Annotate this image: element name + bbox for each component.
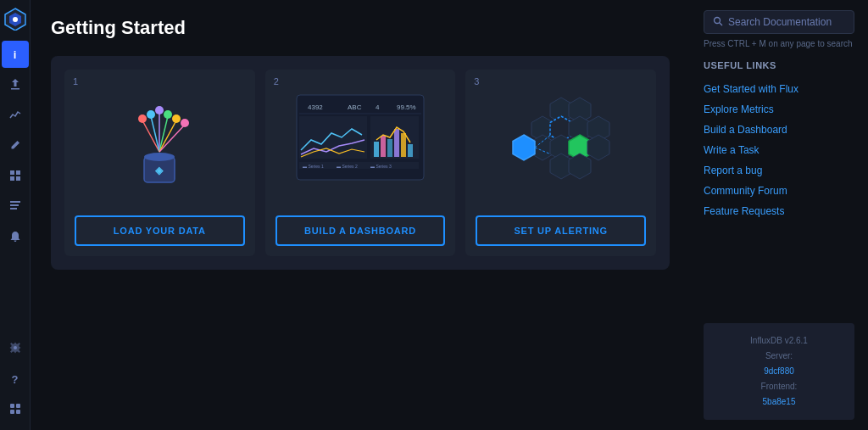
svg-point-28 [164,110,172,119]
question-icon: ? [12,373,19,386]
build-dashboard-button[interactable]: BUILD A DASHBOARD [275,215,446,246]
svg-line-20 [151,116,159,152]
link-feature-requests[interactable]: Feature Requests [704,201,854,221]
sidebar-item-chart[interactable] [2,102,29,129]
frontend-label: Frontend: [761,382,798,391]
svg-rect-15 [16,410,20,414]
cards-container: 1 ◈ [51,56,670,270]
svg-text:◈: ◈ [154,165,164,176]
settings-icon [9,342,21,356]
svg-rect-13 [16,404,20,408]
useful-links-title: USEFUL LINKS [704,60,854,70]
svg-rect-3 [11,88,19,90]
link-build-dashboard[interactable]: Build a Dashboard [704,120,854,140]
svg-rect-14 [10,410,14,414]
search-box[interactable] [704,10,854,34]
svg-rect-39 [374,142,379,157]
link-report-bug[interactable]: Report a bug [704,160,854,181]
chart-icon [9,109,21,123]
svg-marker-60 [569,154,591,179]
tasks-icon [9,200,21,215]
svg-line-65 [720,23,723,26]
frontend-value: 5ba8e15 [714,394,844,410]
upload-icon [9,78,21,92]
search-hint: Press CTRL + M on any page to search [704,39,854,48]
svg-line-19 [142,120,159,152]
sidebar: i ? [0,0,31,430]
svg-text:4: 4 [376,103,380,111]
sidebar-item-tasks[interactable] [2,193,29,221]
svg-rect-6 [10,176,14,181]
svg-rect-43 [401,133,406,157]
sidebar-item-help[interactable]: ? [2,366,29,393]
sidebar-item-upload[interactable] [2,71,29,98]
svg-marker-58 [587,135,609,160]
right-panel-spacer [704,221,854,323]
card-1-number: 1 [73,76,78,87]
svg-rect-44 [408,144,413,157]
main-content: Getting Started 1 ◈ [31,0,690,430]
svg-rect-40 [381,136,386,157]
dashboards-icon [9,170,21,184]
app-logo[interactable] [3,7,27,31]
sidebar-item-edit[interactable] [2,132,29,159]
svg-point-2 [13,17,18,22]
svg-rect-12 [10,404,14,408]
svg-point-26 [147,110,155,119]
svg-point-17 [144,153,175,161]
svg-text:▬ Series 2: ▬ Series 2 [337,164,358,169]
sidebar-item-alerts[interactable] [2,224,29,251]
svg-point-27 [155,106,164,114]
svg-rect-42 [394,129,399,157]
card-3-illustration: 3 [465,70,656,205]
svg-rect-9 [10,204,19,206]
svg-rect-37 [299,116,367,159]
svg-point-25 [138,114,147,123]
card-2-number: 2 [274,76,279,87]
svg-rect-7 [16,176,20,181]
sidebar-item-dashboards[interactable] [2,163,29,190]
svg-rect-41 [387,139,392,157]
card-1-illustration: 1 ◈ [64,70,255,205]
svg-point-64 [715,18,721,24]
card-load-data: 1 ◈ [64,70,255,256]
server-value: 9dcf880 [714,364,844,379]
version-box: InfluxDB v2.6.1 Server: 9dcf880 Frontend… [704,323,854,420]
pencil-icon [9,139,21,154]
svg-text:99.5%: 99.5% [397,103,416,111]
link-community-forum[interactable]: Community Forum [704,181,854,201]
search-icon [713,16,723,28]
svg-text:▬ Series 3: ▬ Series 3 [370,164,392,169]
card-3-number: 3 [474,76,479,87]
svg-rect-4 [10,170,14,175]
page-title: Getting Started [51,17,670,39]
load-data-button[interactable]: LOAD YOUR DATA [75,215,245,246]
card-build-dashboard: 2 4392 ABC 4 99.5% [265,70,456,256]
version-label: InfluxDB v2.6.1 [750,336,808,345]
svg-text:ABC: ABC [348,103,362,111]
bell-icon [9,231,21,245]
sidebar-item-settings[interactable] [2,335,29,362]
svg-text:▬ Series 1: ▬ Series 1 [303,164,324,169]
right-panel: Press CTRL + M on any page to search USE… [690,0,868,430]
card-alerting: 3 [465,70,656,256]
user-icon [9,403,21,417]
card-2-illustration: 2 4392 ABC 4 99.5% [265,70,456,205]
link-get-started[interactable]: Get Started with Flux [704,79,854,99]
svg-point-29 [172,114,181,123]
link-explore-metrics[interactable]: Explore Metrics [704,99,854,120]
search-input[interactable] [728,16,845,28]
link-write-task[interactable]: Write a Task [704,140,854,160]
info-icon: i [14,48,17,61]
svg-rect-5 [16,170,20,175]
server-label: Server: [765,351,793,360]
svg-point-30 [181,119,189,127]
sidebar-item-user[interactable] [2,396,29,423]
svg-rect-10 [10,208,17,209]
svg-rect-8 [10,201,20,203]
sidebar-item-info[interactable]: i [2,41,29,68]
svg-text:4392: 4392 [308,103,323,111]
setup-alerting-button[interactable]: SET UP ALERTING [476,215,646,246]
svg-marker-61 [513,135,535,160]
